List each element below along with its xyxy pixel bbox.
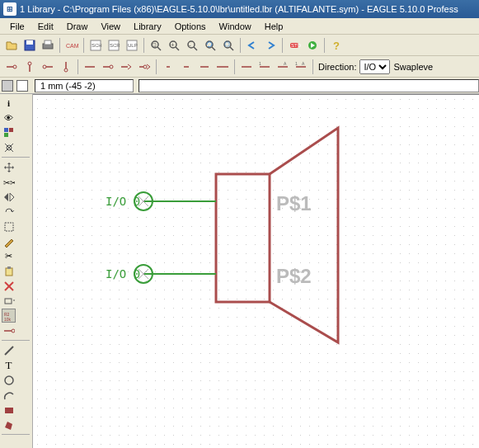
svg-text:+: +: [171, 41, 175, 49]
svg-point-42: [143, 65, 147, 68]
circle-tool[interactable]: [2, 373, 16, 387]
svg-point-76: [5, 376, 13, 384]
pin-vis-pin-button[interactable]: A: [275, 59, 291, 75]
menu-window[interactable]: Window: [213, 20, 258, 33]
rect-tool[interactable]: [2, 403, 16, 417]
pin-vis-both-button[interactable]: 1A: [293, 59, 309, 75]
display-tool[interactable]: [2, 125, 16, 139]
pin-orient-270-button[interactable]: [58, 59, 74, 75]
cam-button[interactable]: CAM: [63, 37, 80, 54]
svg-text:I/O 0: I/O 0: [106, 267, 140, 281]
svg-point-39: [110, 65, 113, 68]
ulp-button[interactable]: ULP: [124, 37, 140, 54]
svg-point-34: [43, 65, 46, 68]
svg-text:STOP: STOP: [291, 43, 301, 48]
undo-button[interactable]: [244, 37, 261, 54]
menu-view[interactable]: View: [94, 20, 127, 33]
name-tool[interactable]: [2, 323, 16, 337]
cut-tool[interactable]: ✂: [2, 249, 16, 263]
titlebar: ⊞ 1 Library - C:\Program Files (x86)\EAG…: [0, 0, 479, 18]
pin-orient-180-button[interactable]: [40, 59, 56, 75]
svg-line-12: [157, 47, 161, 50]
delete-tool[interactable]: [2, 279, 16, 293]
toolbar-main: CAM SCH SCR ULP ⊡ + - STOP ?: [0, 35, 479, 56]
sch-button[interactable]: SCH: [87, 37, 104, 54]
menu-options[interactable]: Options: [168, 20, 213, 33]
mirror-tool[interactable]: [2, 190, 16, 204]
redo-button[interactable]: [262, 37, 279, 54]
pin-func-clk-button[interactable]: [118, 59, 134, 75]
help-button[interactable]: ?: [328, 37, 345, 54]
svg-point-30: [13, 65, 16, 68]
coordinate-display: 1 mm (-45 -2): [35, 79, 134, 92]
tool-palette: i 👁 ✂✂ ✂ R210k T: [0, 94, 33, 448]
pin-vis-off-button[interactable]: [238, 59, 255, 75]
layer-button[interactable]: [16, 80, 28, 92]
svg-point-32: [28, 62, 31, 65]
wire-tool[interactable]: [2, 343, 16, 357]
mark-tool[interactable]: [2, 140, 16, 154]
menu-library[interactable]: Library: [127, 20, 168, 33]
rotate-tool[interactable]: [2, 205, 16, 219]
text-tool[interactable]: T: [2, 358, 16, 372]
arc-tool[interactable]: [2, 388, 16, 402]
zoom-select-button[interactable]: [220, 37, 237, 54]
svg-text:A: A: [302, 61, 305, 66]
scr-button[interactable]: SCR: [106, 37, 122, 54]
svg-rect-81: [216, 174, 270, 302]
show-tool[interactable]: 👁: [2, 111, 16, 125]
zoom-in-button[interactable]: +: [166, 37, 182, 54]
pin-len-2-button[interactable]: [196, 59, 213, 75]
svg-line-15: [176, 47, 179, 50]
open-button[interactable]: [3, 37, 20, 54]
svg-text:-: -: [189, 41, 191, 49]
add-tool[interactable]: [2, 294, 16, 308]
info-tool[interactable]: i: [2, 96, 16, 110]
svg-rect-57: [4, 133, 8, 137]
layer-color-box[interactable]: [2, 80, 13, 92]
save-button[interactable]: [21, 37, 38, 54]
go-button[interactable]: [304, 37, 321, 54]
paste-tool[interactable]: [2, 264, 16, 278]
pin-vis-pad-button[interactable]: 1: [256, 59, 273, 75]
zoom-fit-button[interactable]: ⊡: [148, 37, 164, 54]
svg-line-75: [5, 347, 13, 355]
svg-text:1: 1: [259, 61, 261, 66]
change-tool[interactable]: [2, 234, 16, 248]
menu-file[interactable]: File: [3, 20, 31, 33]
copy-tool[interactable]: ✂✂: [2, 175, 16, 189]
polygon-tool[interactable]: [2, 417, 16, 431]
svg-point-74: [12, 329, 15, 332]
move-tool[interactable]: [2, 160, 16, 174]
drawing-canvas[interactable]: I/O 0 P$1 I/O 0 P$2: [33, 94, 479, 448]
group-tool[interactable]: [2, 219, 16, 233]
svg-line-18: [194, 47, 197, 50]
pin-orient-0-button[interactable]: [3, 59, 20, 75]
window-title: 1 Library - C:\Program Files (x86)\EAGLE…: [20, 4, 476, 14]
menu-edit[interactable]: Edit: [31, 20, 60, 33]
pin-tool[interactable]: R210k: [2, 309, 16, 323]
pin-func-dot-button[interactable]: [100, 59, 116, 75]
cancel-button[interactable]: STOP: [286, 37, 303, 54]
menu-draw[interactable]: Draw: [60, 20, 95, 33]
pin-len-0-button[interactable]: [160, 59, 176, 75]
svg-text:CAM: CAM: [66, 43, 78, 49]
zoom-redraw-button[interactable]: [202, 37, 218, 54]
pin-orient-90-button[interactable]: [21, 59, 38, 75]
pin-len-3-button[interactable]: [214, 59, 231, 75]
pin-func-none-button[interactable]: [82, 59, 98, 75]
svg-text:I/O 0: I/O 0: [106, 195, 140, 208]
svg-rect-1: [26, 40, 33, 45]
direction-select[interactable]: I/O: [359, 59, 390, 74]
zoom-out-button[interactable]: -: [184, 37, 200, 54]
print-button[interactable]: [40, 37, 56, 54]
menu-help[interactable]: Help: [258, 20, 290, 33]
menubar: File Edit Draw View Library Options Wind…: [0, 18, 479, 35]
app-icon: ⊞: [3, 2, 16, 16]
svg-text:ULP: ULP: [128, 43, 138, 48]
pin-len-1-button[interactable]: [178, 59, 195, 75]
command-input[interactable]: [139, 79, 479, 92]
svg-rect-56: [9, 128, 13, 132]
svg-text:1: 1: [295, 61, 298, 66]
pin-func-dotclk-button[interactable]: [136, 59, 153, 75]
